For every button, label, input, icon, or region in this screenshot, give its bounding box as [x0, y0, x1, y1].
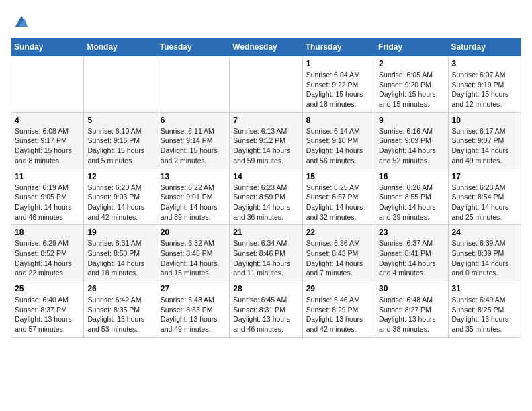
day-info: Sunrise: 6:48 AMSunset: 8:27 PMDaylight:…: [379, 295, 444, 334]
day-number: 17: [452, 172, 517, 181]
day-number: 4: [15, 116, 80, 125]
day-info: Sunrise: 6:23 AMSunset: 8:59 PMDaylight:…: [233, 183, 298, 222]
day-info: Sunrise: 6:14 AMSunset: 9:10 PMDaylight:…: [306, 126, 371, 166]
calendar-cell: 17Sunrise: 6:28 AMSunset: 8:54 PMDayligh…: [448, 169, 521, 225]
weekday-header-wednesday: Wednesday: [230, 38, 302, 56]
calendar-cell: 13Sunrise: 6:22 AMSunset: 9:01 PMDayligh…: [157, 169, 229, 225]
calendar-cell: 2Sunrise: 6:05 AMSunset: 9:20 PMDaylight…: [375, 56, 448, 113]
calendar-week-3: 11Sunrise: 6:19 AMSunset: 9:05 PMDayligh…: [11, 169, 521, 225]
calendar-cell: 3Sunrise: 6:07 AMSunset: 9:19 PMDaylight…: [448, 56, 521, 113]
weekday-header-saturday: Saturday: [448, 38, 521, 56]
day-number: 1: [306, 59, 371, 68]
day-info: Sunrise: 6:31 AMSunset: 8:50 PMDaylight:…: [87, 238, 152, 278]
weekday-header-monday: Monday: [84, 38, 157, 56]
calendar-body: 1Sunrise: 6:04 AMSunset: 9:22 PMDaylight…: [11, 56, 521, 338]
calendar-cell: 31Sunrise: 6:49 AMSunset: 8:25 PMDayligh…: [448, 281, 521, 338]
day-info: Sunrise: 6:04 AMSunset: 9:22 PMDaylight:…: [306, 70, 371, 109]
day-info: Sunrise: 6:16 AMSunset: 9:09 PMDaylight:…: [379, 126, 444, 166]
calendar-cell: 7Sunrise: 6:13 AMSunset: 9:12 PMDaylight…: [230, 112, 302, 169]
calendar-cell: 25Sunrise: 6:40 AMSunset: 8:37 PMDayligh…: [11, 281, 84, 338]
calendar-cell: [230, 56, 302, 113]
day-number: 8: [306, 116, 371, 125]
weekday-header-friday: Friday: [375, 38, 448, 56]
logo: [11, 11, 35, 32]
day-info: Sunrise: 6:43 AMSunset: 8:33 PMDaylight:…: [161, 295, 226, 334]
calendar-cell: 18Sunrise: 6:29 AMSunset: 8:52 PMDayligh…: [11, 225, 84, 281]
day-number: 18: [15, 228, 80, 237]
day-info: Sunrise: 6:37 AMSunset: 8:41 PMDaylight:…: [379, 238, 444, 278]
day-number: 25: [15, 284, 80, 293]
calendar-cell: [11, 56, 84, 113]
day-info: Sunrise: 6:36 AMSunset: 8:43 PMDaylight:…: [306, 238, 371, 278]
weekday-header-thursday: Thursday: [302, 38, 375, 56]
day-number: 14: [233, 172, 298, 181]
day-info: Sunrise: 6:32 AMSunset: 8:48 PMDaylight:…: [161, 238, 226, 278]
calendar-cell: [84, 56, 157, 113]
day-number: 3: [452, 59, 517, 68]
day-number: 19: [87, 228, 152, 237]
day-number: 13: [161, 172, 226, 181]
calendar-cell: 8Sunrise: 6:14 AMSunset: 9:10 PMDaylight…: [302, 112, 375, 169]
day-info: Sunrise: 6:19 AMSunset: 9:05 PMDaylight:…: [15, 183, 80, 222]
calendar-cell: 30Sunrise: 6:48 AMSunset: 8:27 PMDayligh…: [375, 281, 448, 338]
day-info: Sunrise: 6:07 AMSunset: 9:19 PMDaylight:…: [452, 70, 517, 109]
day-number: 11: [15, 172, 80, 181]
calendar-cell: 15Sunrise: 6:25 AMSunset: 8:57 PMDayligh…: [302, 169, 375, 225]
logo-icon: [11, 11, 32, 32]
day-info: Sunrise: 6:29 AMSunset: 8:52 PMDaylight:…: [15, 238, 80, 278]
calendar: SundayMondayTuesdayWednesdayThursdayFrid…: [11, 38, 521, 338]
calendar-cell: 22Sunrise: 6:36 AMSunset: 8:43 PMDayligh…: [302, 225, 375, 281]
day-info: Sunrise: 6:39 AMSunset: 8:39 PMDaylight:…: [452, 238, 517, 278]
day-info: Sunrise: 6:22 AMSunset: 9:01 PMDaylight:…: [161, 183, 226, 222]
calendar-cell: 12Sunrise: 6:20 AMSunset: 9:03 PMDayligh…: [84, 169, 157, 225]
day-info: Sunrise: 6:26 AMSunset: 8:55 PMDaylight:…: [379, 183, 444, 222]
calendar-cell: 16Sunrise: 6:26 AMSunset: 8:55 PMDayligh…: [375, 169, 448, 225]
calendar-cell: 11Sunrise: 6:19 AMSunset: 9:05 PMDayligh…: [11, 169, 84, 225]
day-info: Sunrise: 6:08 AMSunset: 9:17 PMDaylight:…: [15, 126, 80, 166]
calendar-cell: [157, 56, 229, 113]
day-number: 26: [87, 284, 152, 293]
calendar-week-2: 4Sunrise: 6:08 AMSunset: 9:17 PMDaylight…: [11, 112, 521, 169]
day-number: 6: [161, 116, 226, 125]
calendar-cell: 28Sunrise: 6:45 AMSunset: 8:31 PMDayligh…: [230, 281, 302, 338]
day-number: 10: [452, 116, 517, 125]
day-info: Sunrise: 6:49 AMSunset: 8:25 PMDaylight:…: [452, 295, 517, 334]
day-info: Sunrise: 6:17 AMSunset: 9:07 PMDaylight:…: [452, 126, 517, 166]
day-number: 22: [306, 228, 371, 237]
day-number: 27: [161, 284, 226, 293]
calendar-week-5: 25Sunrise: 6:40 AMSunset: 8:37 PMDayligh…: [11, 281, 521, 338]
calendar-cell: 20Sunrise: 6:32 AMSunset: 8:48 PMDayligh…: [157, 225, 229, 281]
calendar-cell: 26Sunrise: 6:42 AMSunset: 8:35 PMDayligh…: [84, 281, 157, 338]
day-number: 15: [306, 172, 371, 181]
day-number: 29: [306, 284, 371, 293]
calendar-cell: 9Sunrise: 6:16 AMSunset: 9:09 PMDaylight…: [375, 112, 448, 169]
calendar-cell: 4Sunrise: 6:08 AMSunset: 9:17 PMDaylight…: [11, 112, 84, 169]
day-info: Sunrise: 6:28 AMSunset: 8:54 PMDaylight:…: [452, 183, 517, 222]
weekday-header-sunday: Sunday: [11, 38, 84, 56]
calendar-cell: 24Sunrise: 6:39 AMSunset: 8:39 PMDayligh…: [448, 225, 521, 281]
weekday-header-tuesday: Tuesday: [157, 38, 229, 56]
calendar-cell: 27Sunrise: 6:43 AMSunset: 8:33 PMDayligh…: [157, 281, 229, 338]
day-info: Sunrise: 6:34 AMSunset: 8:46 PMDaylight:…: [233, 238, 298, 278]
day-info: Sunrise: 6:11 AMSunset: 9:14 PMDaylight:…: [161, 126, 226, 166]
day-number: 30: [379, 284, 444, 293]
day-number: 9: [379, 116, 444, 125]
calendar-week-1: 1Sunrise: 6:04 AMSunset: 9:22 PMDaylight…: [11, 56, 521, 113]
calendar-cell: 23Sunrise: 6:37 AMSunset: 8:41 PMDayligh…: [375, 225, 448, 281]
day-number: 20: [161, 228, 226, 237]
day-info: Sunrise: 6:25 AMSunset: 8:57 PMDaylight:…: [306, 183, 371, 222]
day-number: 5: [87, 116, 152, 125]
day-info: Sunrise: 6:05 AMSunset: 9:20 PMDaylight:…: [379, 70, 444, 109]
header: [11, 11, 521, 32]
calendar-cell: 19Sunrise: 6:31 AMSunset: 8:50 PMDayligh…: [84, 225, 157, 281]
calendar-cell: 5Sunrise: 6:10 AMSunset: 9:16 PMDaylight…: [84, 112, 157, 169]
day-info: Sunrise: 6:13 AMSunset: 9:12 PMDaylight:…: [233, 126, 298, 166]
day-info: Sunrise: 6:20 AMSunset: 9:03 PMDaylight:…: [87, 183, 152, 222]
day-number: 12: [87, 172, 152, 181]
calendar-cell: 14Sunrise: 6:23 AMSunset: 8:59 PMDayligh…: [230, 169, 302, 225]
calendar-week-4: 18Sunrise: 6:29 AMSunset: 8:52 PMDayligh…: [11, 225, 521, 281]
calendar-cell: 29Sunrise: 6:46 AMSunset: 8:29 PMDayligh…: [302, 281, 375, 338]
calendar-cell: 1Sunrise: 6:04 AMSunset: 9:22 PMDaylight…: [302, 56, 375, 113]
calendar-header: SundayMondayTuesdayWednesdayThursdayFrid…: [11, 38, 521, 56]
day-number: 2: [379, 59, 444, 68]
